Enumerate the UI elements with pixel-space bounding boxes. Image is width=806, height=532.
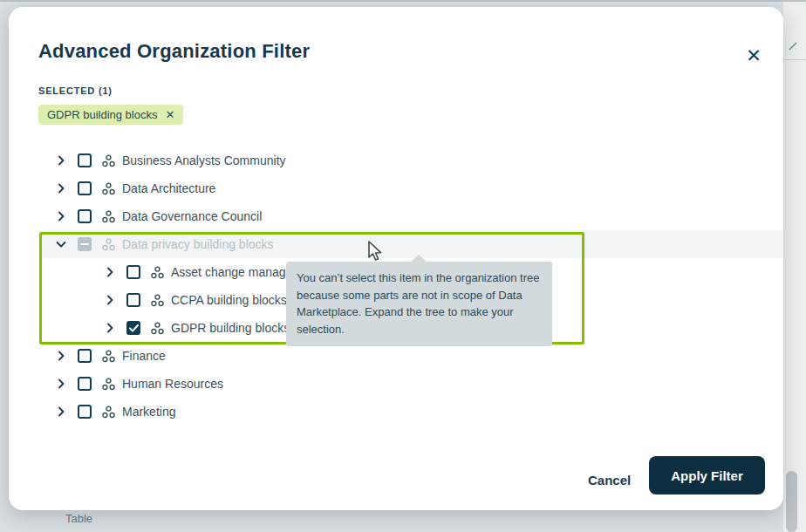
chevron-right-icon[interactable] — [56, 379, 66, 389]
checkbox[interactable] — [78, 349, 92, 363]
checkbox[interactable] — [78, 181, 92, 195]
checkbox-checked[interactable] — [126, 321, 140, 335]
tree-item-label: Finance — [122, 349, 166, 363]
background-divider — [783, 59, 806, 60]
tree-item-label: Data Architecture — [122, 181, 215, 195]
selected-filter-chip[interactable]: GDPR building blocks ✕ — [38, 105, 183, 125]
checkbox[interactable] — [126, 265, 140, 279]
organization-icon — [151, 322, 164, 335]
checkbox[interactable] — [78, 377, 92, 391]
tree-item-business-analysts-community[interactable]: Business Analysts Community — [9, 147, 783, 174]
tooltip-caret — [411, 255, 427, 262]
tree-item-label: Data Governance Council — [122, 209, 262, 223]
organization-icon — [151, 294, 164, 307]
close-icon[interactable]: ✕ — [740, 42, 768, 70]
tree-item-label: Data privacy building blocks — [122, 237, 274, 251]
apply-filter-button[interactable]: Apply Filter — [649, 456, 765, 494]
chevron-right-icon[interactable] — [56, 183, 66, 194]
background-partial-text: Table — [65, 512, 92, 525]
background-page-strip — [783, 2, 806, 532]
chevron-right-icon[interactable] — [56, 155, 66, 166]
tree-item-label: CCPA building blocks — [171, 293, 287, 307]
chevron-right-icon[interactable] — [56, 351, 66, 361]
checkbox[interactable] — [78, 209, 92, 223]
tooltip: You can’t select this item in the organi… — [286, 262, 552, 346]
chevron-right-icon[interactable] — [56, 406, 66, 417]
chip-remove-icon[interactable]: ✕ — [165, 109, 174, 120]
checkbox[interactable] — [126, 293, 140, 307]
organization-icon — [102, 182, 115, 195]
chevron-right-icon[interactable] — [105, 295, 115, 305]
tree-item-label: GDPR building blocks — [171, 321, 290, 335]
organization-icon — [102, 406, 115, 419]
organization-icon — [102, 238, 115, 251]
tree-item-marketing[interactable]: Marketing — [9, 398, 783, 426]
tooltip-text: You can’t select this item in the organi… — [297, 271, 539, 336]
tree-item-label: Human Resources — [122, 377, 223, 391]
chevron-right-icon[interactable] — [56, 211, 66, 222]
cancel-button[interactable]: Cancel — [579, 467, 639, 493]
dialog-title: Advanced Organization Filter — [38, 40, 310, 63]
selected-count-label: SELECTED (1) — [38, 85, 113, 96]
organization-icon — [102, 350, 115, 363]
chevron-right-icon[interactable] — [105, 323, 115, 333]
checkbox-indeterminate[interactable] — [78, 237, 92, 251]
minus-icon — [80, 243, 89, 246]
chip-label: GDPR building blocks — [47, 108, 157, 121]
tree-item-label: Marketing — [122, 405, 175, 419]
checkbox[interactable] — [78, 153, 92, 167]
organization-icon — [102, 154, 115, 167]
advanced-organization-filter-dialog: Advanced Organization Filter ✕ SELECTED … — [9, 7, 783, 510]
chevron-down-icon[interactable] — [56, 239, 66, 249]
tree-item-data-architecture[interactable]: Data Architecture — [9, 174, 783, 202]
page-scrollbar-thumb[interactable] — [786, 471, 797, 532]
organization-icon — [151, 266, 164, 279]
checkbox[interactable] — [78, 405, 92, 419]
organization-icon — [102, 378, 115, 391]
edit-pencil-icon — [787, 40, 799, 52]
tree-item-data-governance-council[interactable]: Data Governance Council — [9, 202, 783, 230]
tree-item-label: Business Analysts Community — [122, 153, 286, 167]
check-icon — [129, 324, 139, 332]
backdrop-top-line — [0, 0, 806, 2]
chevron-right-icon[interactable] — [105, 267, 115, 277]
tree-item-human-resources[interactable]: Human Resources — [9, 370, 783, 398]
organization-icon — [102, 210, 115, 223]
